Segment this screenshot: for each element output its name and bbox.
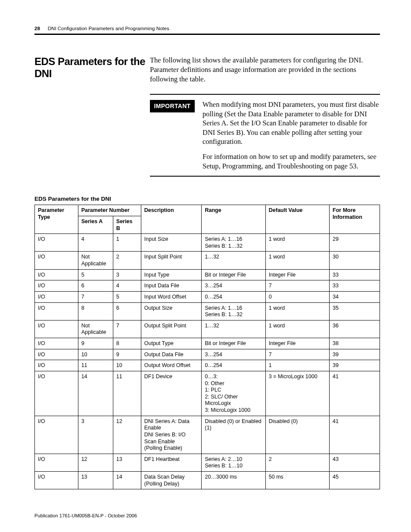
cell-ptype: I/O (35, 280, 78, 292)
cell-range: Disabled (0) or Enabled (1) (202, 416, 265, 454)
chapter-title: DNI Configuration Parameters and Program… (48, 26, 169, 31)
cell-range: 1…32 (202, 320, 265, 338)
cell-def: Disabled (0) (265, 416, 329, 454)
cell-range: 3…254 (202, 349, 265, 360)
table-row: I/ONot Applicable7Output Split Point1…32… (35, 320, 380, 338)
cell-desc: DF1 Heartbeat (141, 454, 202, 471)
cell-def: 7 (265, 349, 329, 360)
cell-range: Bit or Integer File (202, 269, 265, 280)
cell-sa: 4 (78, 234, 113, 252)
table-row: I/O41Input SizeSeries A: 1…16Series B: 1… (35, 234, 380, 252)
section-body: The following list shows the available p… (150, 56, 380, 177)
cell-range: 1…32 (202, 252, 265, 269)
cell-range: 0…3:0: Other1: PLC2: SLC/ Other MicroLog… (202, 371, 265, 416)
table-row: I/O75Input Word Offset0…254034 (35, 291, 380, 302)
cell-info: 30 (330, 252, 380, 269)
cell-sb: 3 (113, 269, 141, 280)
cell-range: Series A: 2…10Series B: 1…10 (202, 454, 265, 471)
cell-sa: 6 (78, 280, 113, 292)
cell-sa: 5 (78, 269, 113, 280)
cell-range: 20…3000 ms (202, 472, 265, 489)
cell-ptype: I/O (35, 234, 78, 252)
cell-info: 33 (330, 269, 380, 280)
cell-sa: 10 (78, 349, 113, 360)
cell-range: 0…254 (202, 360, 265, 371)
cell-def: 1 word (265, 320, 329, 338)
th-for-more-info: For More Information (330, 205, 380, 234)
cell-desc: Output Data File (141, 349, 202, 360)
cell-desc: DNI Series A: Data EnableDNI Series B: I… (141, 416, 202, 454)
important-body: When modifying most DNI parameters, you … (202, 100, 380, 146)
cell-info: 36 (330, 320, 380, 338)
cell-def: Integer File (265, 338, 329, 349)
cell-sb: 8 (113, 338, 141, 349)
table-row: I/O64Input Data File3…254733 (35, 280, 380, 292)
cell-range: Series A: 1…16Series B: 1…32 (202, 302, 265, 320)
cell-desc: DF1 Device (141, 371, 202, 416)
cell-info: 33 (330, 280, 380, 292)
cell-desc: Data Scan Delay (Polling Delay) (141, 472, 202, 489)
cell-info: 38 (330, 338, 380, 349)
cell-ptype: I/O (35, 291, 78, 302)
cell-def: 0 (265, 291, 329, 302)
cell-def: 1 word (265, 252, 329, 269)
cell-ptype: I/O (35, 416, 78, 454)
cell-desc: Output Word Offset (141, 360, 202, 371)
cell-sa: Not Applicable (78, 320, 113, 338)
table-row: I/O98Output TypeBit or Integer FileInteg… (35, 338, 380, 349)
important-label: IMPORTANT (150, 100, 195, 112)
cell-ptype: I/O (35, 360, 78, 371)
cell-ptype: I/O (35, 371, 78, 416)
cell-sa: 7 (78, 291, 113, 302)
cell-def: 1 (265, 360, 329, 371)
table-row: I/O312DNI Series A: Data EnableDNI Serie… (35, 416, 380, 454)
cell-info: 39 (330, 349, 380, 360)
table-row: I/O86Output SizeSeries A: 1…16Series B: … (35, 302, 380, 320)
section-heading: EDS Parameters for the DNI (34, 56, 150, 79)
cell-sa: 13 (78, 472, 113, 489)
cell-desc: Output Split Point (141, 320, 202, 338)
cell-def: 3 = MicroLogix 1000 (265, 371, 329, 416)
cell-desc: Input Split Point (141, 252, 202, 269)
cell-sb: 5 (113, 291, 141, 302)
cell-sb: 1 (113, 234, 141, 252)
table-row: I/O1213DF1 HeartbeatSeries A: 2…10Series… (35, 454, 380, 471)
cell-info: 34 (330, 291, 380, 302)
th-series-b: Series B (113, 216, 141, 233)
cell-sb: 12 (113, 416, 141, 454)
table-row: I/O1110Output Word Offset0…254139 (35, 360, 380, 371)
th-range: Range (202, 205, 265, 234)
table-row: I/O109Output Data File3…254739 (35, 349, 380, 360)
publication-footer: Publication 1761-UM005B-EN-P - October 2… (34, 513, 137, 518)
cell-sb: 11 (113, 371, 141, 416)
cell-ptype: I/O (35, 454, 78, 471)
table-row: I/O1411DF1 Device0…3:0: Other1: PLC2: SL… (35, 371, 380, 416)
cell-ptype: I/O (35, 472, 78, 489)
th-default-value: Default Value (265, 205, 329, 234)
page-number: 28 (34, 26, 40, 31)
cell-def: 7 (265, 280, 329, 292)
cell-sb: 9 (113, 349, 141, 360)
running-head: 28 DNI Configuration Parameters and Prog… (34, 26, 380, 35)
cell-range: Series A: 1…16Series B: 1…32 (202, 234, 265, 252)
important-callout: IMPORTANT When modifying most DNI parame… (150, 94, 380, 177)
eds-table-body: I/O41Input SizeSeries A: 1…16Series B: 1… (35, 234, 380, 489)
cell-sb: 6 (113, 302, 141, 320)
cell-sa: Not Applicable (78, 252, 113, 269)
table-row: I/O53Input TypeBit or Integer FileIntege… (35, 269, 380, 280)
cell-desc: Input Word Offset (141, 291, 202, 302)
cell-def: 1 word (265, 234, 329, 252)
cell-info: 39 (330, 360, 380, 371)
cell-sa: 8 (78, 302, 113, 320)
cell-sb: 7 (113, 320, 141, 338)
table-row: I/ONot Applicable2Input Split Point1…321… (35, 252, 380, 269)
th-parameter-number: Parameter Number (78, 205, 141, 216)
cell-desc: Input Data File (141, 280, 202, 292)
cell-sb: 10 (113, 360, 141, 371)
cell-def: 2 (265, 454, 329, 471)
cell-info: 45 (330, 472, 380, 489)
cell-ptype: I/O (35, 349, 78, 360)
th-description: Description (141, 205, 202, 234)
cell-sa: 12 (78, 454, 113, 471)
cell-info: 41 (330, 371, 380, 416)
